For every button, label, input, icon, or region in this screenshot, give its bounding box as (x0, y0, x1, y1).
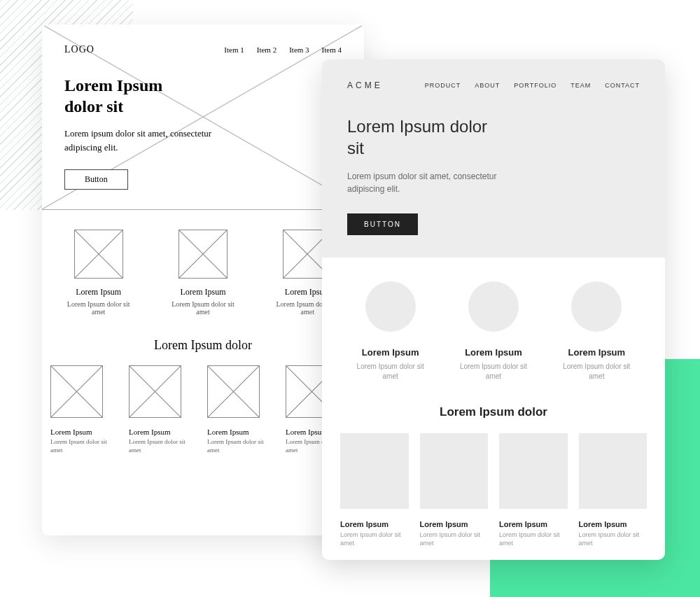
portfolio-subtitle: Lorem Ipsum dolor sit amet (207, 438, 277, 454)
wireframe-features: Lorem Ipsum Lorem Ipsum dolor sit amet L… (42, 210, 364, 321)
mockup-logo: ACME (347, 80, 383, 90)
placeholder-image-icon (207, 365, 260, 418)
portfolio-title: Lorem Ipsum (50, 428, 120, 436)
circle-placeholder-icon (468, 281, 519, 332)
rect-placeholder-icon (499, 433, 568, 509)
portfolio-title: Lorem Ipsum (579, 520, 648, 528)
mockup-portfolio-item: Lorem Ipsum Lorem Ipsum dolor sit amet (499, 433, 568, 547)
rect-placeholder-icon (420, 433, 489, 509)
wireframe-hero: LOGO Item 1 Item 2 Item 3 Item 4 Lorem I… (42, 24, 364, 210)
mockup-portfolio: Lorem Ipsum Lorem Ipsum dolor sit amet L… (322, 433, 665, 560)
mockup-portfolio-item: Lorem Ipsum Lorem Ipsum dolor sit amet (340, 433, 409, 547)
mockup-hero-subtitle: Lorem ipsum dolor sit amet, consectetur … (347, 170, 501, 195)
feature-title: Lorem Ipsum (168, 287, 238, 297)
wireframe-logo: LOGO (64, 44, 94, 55)
placeholder-image-icon (50, 365, 103, 418)
mockup-nav-item[interactable]: TEAM (570, 82, 591, 89)
mockup-feature-item: Lorem Ipsum Lorem Ipsum dolor sit amet (451, 281, 536, 381)
feature-title: Lorem Ipsum (554, 347, 638, 358)
portfolio-title: Lorem Ipsum (129, 428, 199, 436)
mockup-nav: PRODUCT ABOUT PORTFOLIO TEAM CONTACT (425, 82, 640, 89)
rect-placeholder-icon (340, 433, 409, 509)
wireframe-portfolio-item: Lorem Ipsum Lorem Ipsum dolor sit amet (207, 365, 277, 454)
wireframe-portfolio: Lorem Ipsum Lorem Ipsum dolor sit amet L… (42, 365, 364, 468)
wireframe-feature-item: Lorem Ipsum Lorem Ipsum dolor sit amet (64, 230, 134, 316)
portfolio-subtitle: Lorem Ipsum dolor sit amet (420, 531, 489, 547)
mockup-section-title: Lorem Ipsum dolor (322, 405, 665, 419)
mockup-portfolio-item: Lorem Ipsum Lorem Ipsum dolor sit amet (579, 433, 648, 547)
feature-title: Lorem Ipsum (349, 347, 433, 358)
feature-subtitle: Lorem Ipsum dolor sit amet (349, 362, 433, 381)
mockup-hero-title: Lorem Ipsum dolor sit (347, 115, 501, 159)
rect-placeholder-icon (579, 433, 648, 509)
wireframe-section-title: Lorem Ipsum dolor (42, 338, 364, 353)
wireframe-hero-subtitle: Lorem ipsum dolor sit amet, consectetur … (64, 127, 218, 154)
portfolio-subtitle: Lorem Ipsum dolor sit amet (579, 531, 648, 547)
mockup-nav-item[interactable]: ABOUT (475, 82, 500, 89)
wireframe-nav-item[interactable]: Item 4 (322, 45, 342, 54)
placeholder-image-icon (178, 230, 227, 279)
mockup-portfolio-item: Lorem Ipsum Lorem Ipsum dolor sit amet (420, 433, 489, 547)
portfolio-subtitle: Lorem Ipsum dolor sit amet (340, 531, 409, 547)
mockup-nav-item[interactable]: PORTFOLIO (514, 82, 556, 89)
feature-subtitle: Lorem Ipsum dolor sit amet (168, 300, 238, 316)
wireframe-hero-title: Lorem Ipsum dolor sit (64, 75, 204, 117)
feature-title: Lorem Ipsum (64, 287, 134, 297)
circle-placeholder-icon (365, 281, 416, 332)
portfolio-title: Lorem Ipsum (207, 428, 277, 436)
wireframe-nav-item[interactable]: Item 3 (289, 45, 309, 54)
wireframe-nav: Item 1 Item 2 Item 3 Item 4 (224, 45, 342, 54)
mockup-nav-item[interactable]: CONTACT (605, 82, 640, 89)
portfolio-subtitle: Lorem Ipsum dolor sit amet (499, 531, 568, 547)
mockup-feature-item: Lorem Ipsum Lorem Ipsum dolor sit amet (349, 281, 433, 381)
feature-subtitle: Lorem Ipsum dolor sit amet (64, 300, 134, 316)
portfolio-subtitle: Lorem Ipsum dolor sit amet (50, 438, 120, 454)
wireframe-nav-item[interactable]: Item 2 (257, 45, 276, 54)
mockup-hero-button[interactable]: BUTTON (347, 213, 418, 235)
placeholder-image-icon (129, 365, 181, 418)
portfolio-title: Lorem Ipsum (499, 520, 568, 528)
feature-subtitle: Lorem Ipsum dolor sit amet (451, 362, 536, 381)
portfolio-title: Lorem Ipsum (340, 520, 409, 528)
mockup-feature-item: Lorem Ipsum Lorem Ipsum dolor sit amet (554, 281, 638, 381)
wireframe-portfolio-item: Lorem Ipsum Lorem Ipsum dolor sit amet (129, 365, 199, 454)
wireframe-feature-item: Lorem Ipsum Lorem Ipsum dolor sit amet (168, 230, 238, 316)
portfolio-title: Lorem Ipsum (420, 520, 489, 528)
wireframe-nav-item[interactable]: Item 1 (224, 45, 244, 54)
portfolio-subtitle: Lorem Ipsum dolor sit amet (129, 438, 199, 454)
mockup-features: Lorem Ipsum Lorem Ipsum dolor sit amet L… (322, 258, 665, 388)
feature-subtitle: Lorem Ipsum dolor sit amet (554, 362, 638, 381)
wireframe-card: LOGO Item 1 Item 2 Item 3 Item 4 Lorem I… (42, 24, 364, 535)
circle-placeholder-icon (571, 281, 622, 332)
mockup-hero: ACME PRODUCT ABOUT PORTFOLIO TEAM CONTAC… (322, 59, 665, 258)
wireframe-hero-button[interactable]: Button (64, 169, 128, 190)
placeholder-image-icon (74, 230, 123, 279)
mockup-nav-item[interactable]: PRODUCT (425, 82, 461, 89)
mockup-card: ACME PRODUCT ABOUT PORTFOLIO TEAM CONTAC… (322, 59, 665, 560)
feature-title: Lorem Ipsum (451, 347, 536, 358)
wireframe-portfolio-item: Lorem Ipsum Lorem Ipsum dolor sit amet (50, 365, 120, 454)
